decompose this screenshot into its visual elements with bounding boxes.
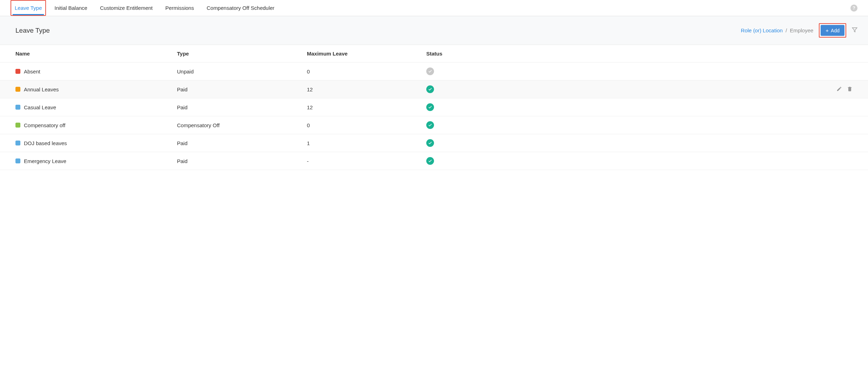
status-active-icon [426,157,434,165]
col-status: Status [426,51,514,57]
status-active-icon [426,85,434,93]
view-employee[interactable]: Employee [790,27,814,33]
tab-permissions[interactable]: Permissions [161,0,198,16]
name-cell: DOJ based leaves [15,140,177,146]
table-row[interactable]: Annual LeavesPaid12 [0,80,868,98]
name-cell: Annual Leaves [15,86,177,92]
table-row[interactable]: AbsentUnpaid0 [0,63,868,80]
col-max: Maximum Leave [307,51,426,57]
color-swatch [15,105,20,110]
status-cell [426,121,514,129]
leave-type-cell: Compensatory Off [177,122,307,128]
leave-name: DOJ based leaves [24,140,67,146]
tab-label: Leave Type [15,5,42,11]
tab-label: Customize Entitlement [100,5,153,11]
tab-customize-entitlement[interactable]: Customize Entitlement [96,0,157,16]
tab-leave-type[interactable]: Leave Type [11,0,46,16]
tab-initial-balance[interactable]: Initial Balance [50,0,91,16]
status-inactive-icon [426,67,434,75]
leave-name: Compensatory off [24,122,65,128]
status-cell [426,85,514,93]
status-cell [426,139,514,147]
table-header: Name Type Maximum Leave Status [0,45,868,63]
leave-name: Absent [24,69,40,74]
delete-icon[interactable] [847,86,853,93]
name-cell: Casual Leave [15,104,177,110]
color-swatch [15,69,20,74]
leave-type-table: Name Type Maximum Leave Status AbsentUnp… [0,45,868,170]
name-cell: Emergency Leave [15,158,177,164]
leave-type-cell: Unpaid [177,69,307,74]
toolbar-right: Role (or) Location / Employee + Add [741,23,857,38]
table-row[interactable]: DOJ based leavesPaid1 [0,134,868,152]
leave-type-cell: Paid [177,104,307,110]
tabs-bar: Leave Type Initial Balance Customize Ent… [0,0,868,16]
name-cell: Absent [15,69,177,74]
edit-icon[interactable] [836,86,842,93]
svg-marker-0 [852,28,857,32]
leave-name: Emergency Leave [24,158,66,164]
tab-label: Compensatory Off Scheduler [206,5,274,11]
leave-type-cell: Paid [177,86,307,92]
max-leave-cell: 12 [307,104,426,110]
toolbar: Leave Type Role (or) Location / Employee… [0,16,868,45]
status-active-icon [426,139,434,147]
status-cell [426,103,514,111]
view-toggle: Role (or) Location / Employee [741,27,813,33]
add-button-label: Add [831,28,840,33]
max-leave-cell: - [307,158,426,164]
row-actions [514,86,853,93]
separator: / [785,27,787,33]
max-leave-cell: 0 [307,122,426,128]
max-leave-cell: 1 [307,140,426,146]
col-name: Name [15,51,177,57]
add-button[interactable]: + Add [821,25,844,36]
filter-icon[interactable] [852,27,857,34]
table-row[interactable]: Compensatory offCompensatory Off0 [0,116,868,134]
status-active-icon [426,121,434,129]
tab-label: Permissions [165,5,194,11]
leave-name: Annual Leaves [24,86,59,92]
help-icon[interactable]: ? [850,5,857,12]
tab-label: Initial Balance [54,5,87,11]
max-leave-cell: 12 [307,86,426,92]
tab-compensatory-off-scheduler[interactable]: Compensatory Off Scheduler [202,0,278,16]
page-title: Leave Type [15,27,50,34]
status-cell [426,67,514,75]
add-button-highlight: + Add [819,23,846,38]
name-cell: Compensatory off [15,122,177,128]
table-row[interactable]: Casual LeavePaid12 [0,98,868,116]
leave-type-cell: Paid [177,158,307,164]
view-role-location[interactable]: Role (or) Location [741,27,783,33]
color-swatch [15,158,20,163]
leave-name: Casual Leave [24,104,56,110]
leave-type-cell: Paid [177,140,307,146]
color-swatch [15,87,20,92]
color-swatch [15,141,20,145]
col-type: Type [177,51,307,57]
plus-icon: + [826,27,829,33]
color-swatch [15,123,20,128]
status-active-icon [426,103,434,111]
status-cell [426,157,514,165]
table-row[interactable]: Emergency LeavePaid- [0,152,868,170]
max-leave-cell: 0 [307,69,426,74]
